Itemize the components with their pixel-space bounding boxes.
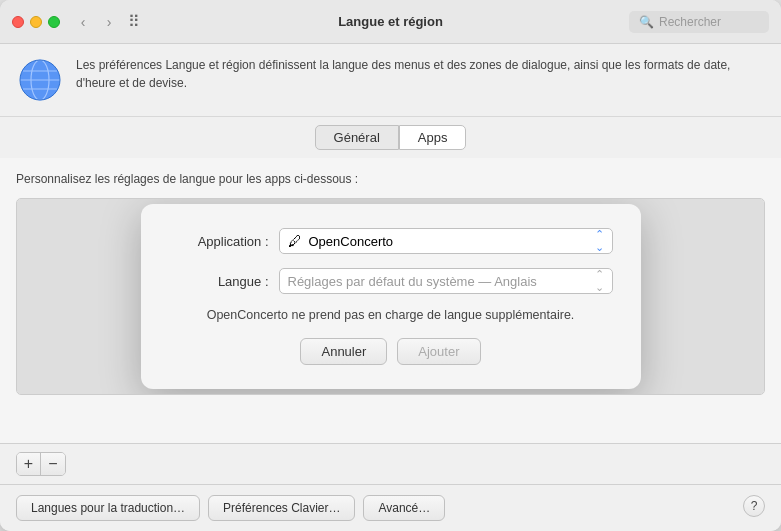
add-remove-buttons: + − <box>16 452 66 476</box>
content-area: Personnalisez les réglages de langue pou… <box>0 158 781 443</box>
langue-placeholder: Réglages par défaut du système — Anglais <box>288 274 537 289</box>
avance-button[interactable]: Avancé… <box>363 495 445 521</box>
add-button[interactable]: Ajouter <box>397 338 480 365</box>
langue-row: Langue : Réglages par défaut du système … <box>169 268 613 294</box>
forward-button[interactable]: › <box>98 11 120 33</box>
tab-apps[interactable]: Apps <box>399 125 467 150</box>
help-button[interactable]: ? <box>743 495 765 517</box>
back-button[interactable]: ‹ <box>72 11 94 33</box>
fullscreen-button[interactable] <box>48 16 60 28</box>
application-label: Application : <box>169 234 269 249</box>
langue-label: Langue : <box>169 274 269 289</box>
search-placeholder: Rechercher <box>659 15 721 29</box>
apps-list: Application : 🖊 OpenConcerto ⌃⌄ Langue : <box>16 198 765 395</box>
minimize-button[interactable] <box>30 16 42 28</box>
remove-app-button[interactable]: − <box>41 453 65 475</box>
chevron-down-icon: ⌃⌄ <box>595 228 604 254</box>
application-select-value: 🖊 OpenConcerto <box>288 233 394 249</box>
application-row: Application : 🖊 OpenConcerto ⌃⌄ <box>169 228 613 254</box>
info-bar: Les préférences Langue et région définis… <box>0 44 781 117</box>
add-app-button[interactable]: + <box>17 453 41 475</box>
cancel-button[interactable]: Annuler <box>300 338 387 365</box>
apps-description: Personnalisez les réglages de langue pou… <box>16 172 765 186</box>
tabs-bar: Général Apps <box>0 117 781 158</box>
search-box[interactable]: 🔍 Rechercher <box>629 11 769 33</box>
bottom-controls: + − <box>0 443 781 484</box>
preferences-clavier-button[interactable]: Préférences Clavier… <box>208 495 355 521</box>
nav-buttons: ‹ › <box>72 11 120 33</box>
grid-icon[interactable]: ⠿ <box>128 12 140 31</box>
application-select[interactable]: 🖊 OpenConcerto ⌃⌄ <box>279 228 613 254</box>
modal-overlay: Application : 🖊 OpenConcerto ⌃⌄ Langue : <box>17 199 764 394</box>
window-title: Langue et région <box>338 14 443 29</box>
modal-dialog: Application : 🖊 OpenConcerto ⌃⌄ Langue : <box>141 204 641 389</box>
traffic-lights <box>12 16 60 28</box>
bottom-actions: Langues pour la traduction… Préférences … <box>0 484 781 531</box>
app-icon: 🖊 <box>288 233 304 249</box>
application-name: OpenConcerto <box>309 234 394 249</box>
tab-general[interactable]: Général <box>315 125 399 150</box>
titlebar: ‹ › ⠿ Langue et région 🔍 Rechercher <box>0 0 781 44</box>
globe-icon <box>16 56 64 104</box>
langues-traduction-button[interactable]: Langues pour la traduction… <box>16 495 200 521</box>
search-icon: 🔍 <box>639 15 654 29</box>
modal-info-text: OpenConcerto ne prend pas en charge de l… <box>169 308 613 322</box>
main-window: ‹ › ⠿ Langue et région 🔍 Rechercher Les … <box>0 0 781 531</box>
info-description: Les préférences Langue et région définis… <box>76 56 765 92</box>
langue-select[interactable]: Réglages par défaut du système — Anglais… <box>279 268 613 294</box>
chevron-down-icon-lang: ⌃⌄ <box>595 268 604 294</box>
close-button[interactable] <box>12 16 24 28</box>
modal-buttons: Annuler Ajouter <box>169 338 613 365</box>
